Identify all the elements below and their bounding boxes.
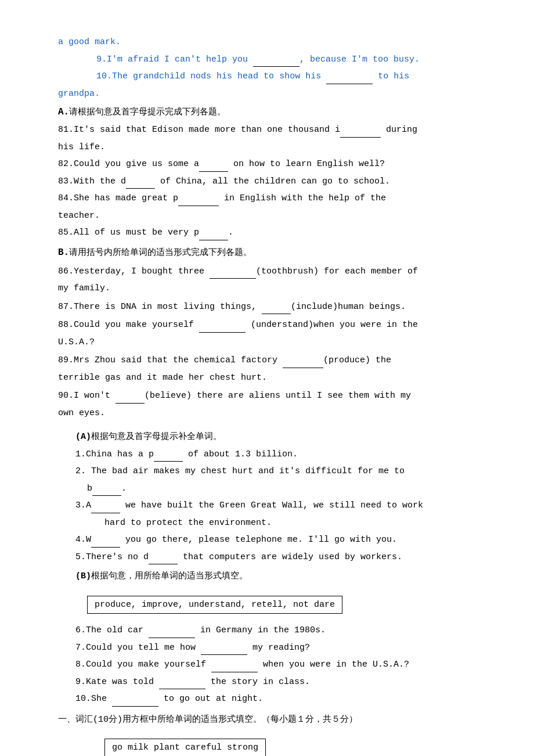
- final-section-label: 一、词汇(10分)用方框中所给单词的适当形式填空。（每小题１分，共５分）: [58, 715, 358, 725]
- to-1: to: [264, 71, 274, 81]
- a-item-83: 83.With the d of China, all the children…: [58, 174, 488, 189]
- page-content: a good mark. 9.I'm afraid I can't help y…: [58, 35, 488, 756]
- b-item-89b: terrible gas and it made her chest hurt.: [58, 370, 488, 386]
- sub-section-a: (A)根据句意及首字母提示补全单词。 1.China has a p of ab…: [58, 430, 488, 564]
- blank-88: [199, 322, 246, 333]
- blank-89: [283, 358, 323, 368]
- blank-9: [253, 56, 300, 67]
- b-item-90b: own eyes.: [58, 406, 488, 421]
- blank-sub-a-2: [92, 485, 121, 496]
- section-b-label: B.: [58, 247, 69, 258]
- section-a: A.请根据句意及首字母提示完成下列各题。 81.It's said that E…: [58, 105, 488, 240]
- section-a-header: A.请根据句意及首字母提示完成下列各题。: [58, 105, 488, 120]
- section-b: B.请用括号内所给单词的适当形式完成下列各题。 86.Yesterday, I …: [58, 245, 488, 421]
- blank-sub-b-7: [201, 645, 247, 655]
- sub-b-desc: 根据句意，用所给单词的适当形式填空。: [91, 571, 248, 581]
- b-item-88: 88.Could you make yourself (understand)w…: [58, 318, 488, 333]
- blank-84: [178, 196, 219, 206]
- word-box-2: go milk plant careful strong: [104, 739, 266, 756]
- sub-a-item-3b: hard to protect the environment.: [58, 516, 488, 531]
- blank-83: [126, 178, 155, 189]
- a-item-81b: his life.: [58, 140, 488, 155]
- word-box-2-container: go milk plant careful strong: [104, 734, 266, 756]
- blank-sub-a-1: [154, 451, 183, 462]
- sub-b-item-10: 10.She to go out at night.: [58, 692, 488, 707]
- sub-b-item-6: 6.The old car in Germany in the 1980s.: [58, 623, 488, 638]
- sub-section-b: (B)根据句意，用所给单词的适当形式填空。 produce, improve, …: [58, 569, 488, 707]
- intro-line-1: a good mark.: [58, 35, 488, 50]
- sub-b-item-8: 8.Could you make yourself when you were …: [58, 657, 488, 672]
- blank-sub-b-8: [211, 662, 258, 672]
- blank-sub-b-10: [112, 696, 158, 707]
- sub-b-item-9: 9.Kate was told the story in class.: [58, 675, 488, 690]
- intro-line-3: 10.The grandchild nods his head to show …: [58, 69, 488, 84]
- blank-90: [116, 393, 145, 404]
- a-item-84: 84.She has made great p in English with …: [58, 191, 488, 206]
- blank-85: [199, 230, 228, 240]
- sub-a-desc: 根据句意及首字母提示补全单词。: [91, 432, 222, 442]
- intro-line-3b: grandpa.: [58, 87, 488, 102]
- blank-sub-b-9: [159, 679, 205, 689]
- b-item-90: 90.I won't (believe) there are aliens un…: [58, 388, 488, 404]
- section-b-header: B.请用括号内所给单词的适当形式完成下列各题。: [58, 245, 488, 261]
- section-a-label: A.: [58, 107, 69, 117]
- sub-a-item-1: 1.China has a p of about 1.3 billion.: [58, 447, 488, 462]
- word-box-1-container: produce, improve, understand, retell, no…: [87, 591, 342, 619]
- blank-81: [340, 127, 381, 138]
- final-section: 一、词汇(10分)用方框中所给单词的适当形式填空。（每小题１分，共５分） go …: [58, 712, 488, 756]
- sub-a-item-5: 5.There's no d that computers are widely…: [58, 550, 488, 565]
- a-item-84b: teacher.: [58, 208, 488, 224]
- sub-a-item-2: 2. The bad air makes my chest hurt and i…: [58, 464, 488, 479]
- his-2: his: [305, 71, 321, 81]
- b-item-86: 86.Yesterday, I bought three (toothbrush…: [58, 264, 488, 279]
- section-b-desc: 请用括号内所给单词的适当形式完成下列各题。: [69, 248, 252, 258]
- sub-a-label: (A): [75, 432, 91, 442]
- intro-line-2: 9.I'm afraid I can't help you , because …: [58, 52, 488, 67]
- head-1: head: [237, 71, 258, 81]
- sub-section-a-header: (A)根据句意及首字母提示补全单词。: [58, 430, 488, 445]
- blank-86: [210, 268, 256, 279]
- his-3: his: [394, 71, 409, 81]
- blank-sub-a-4: [91, 537, 120, 548]
- blank-sub-a-3: [91, 503, 120, 513]
- final-section-header: 一、词汇(10分)用方框中所给单词的适当形式填空。（每小题１分，共５分）: [58, 712, 488, 728]
- a-item-81: 81.It's said that Edison made more than …: [58, 123, 488, 138]
- b-item-88b: U.S.A.?: [58, 335, 488, 350]
- sub-b-label: (B): [75, 571, 91, 581]
- b-item-86b: my family.: [58, 281, 488, 296]
- blank-82: [199, 161, 228, 172]
- a-item-82: 82.Could you give us some a on how to le…: [58, 157, 488, 172]
- a-item-85: 85.All of us must be very p.: [58, 225, 488, 240]
- sub-b-item-7: 7.Could you tell me how my reading?: [58, 640, 488, 656]
- blank-sub-b-6: [149, 628, 195, 638]
- section-a-desc: 请根据句意及首字母提示完成下列各题。: [69, 107, 226, 117]
- his-1: his: [217, 71, 232, 81]
- sub-section-b-header: (B)根据句意，用所给单词的适当形式填空。: [58, 569, 488, 584]
- blank-sub-a-5: [149, 554, 178, 564]
- sub-a-item-2b: b.: [58, 481, 488, 496]
- sub-a-item-3: 3.A we have built the Green Great Wall, …: [58, 498, 488, 513]
- blank-10: [326, 74, 373, 84]
- blank-87: [262, 304, 291, 314]
- b-item-89: 89.Mrs Zhou said that the chemical facto…: [58, 353, 488, 368]
- intro-section: a good mark. 9.I'm afraid I can't help y…: [58, 35, 488, 101]
- sub-a-item-4: 4.W you go there, please telephone me. I…: [58, 532, 488, 548]
- b-item-87: 87.There is DNA in most living things, (…: [58, 300, 488, 315]
- word-box-1: produce, improve, understand, retell, no…: [87, 596, 342, 614]
